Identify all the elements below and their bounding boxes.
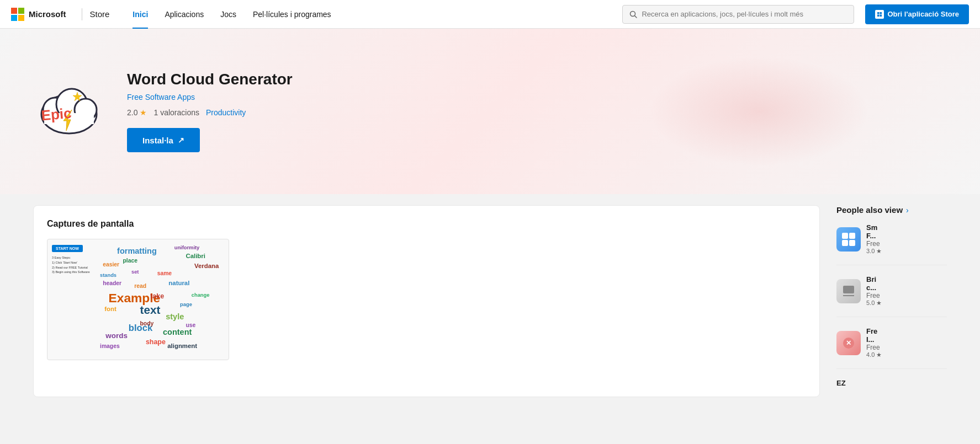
category-link[interactable]: Productivity <box>206 108 246 117</box>
external-link-icon: ↗ <box>178 136 184 145</box>
svg-text:use: use <box>186 322 195 328</box>
svg-text:same: same <box>157 270 172 276</box>
content-area: Captures de pantalla START NOW 3 Easy St… <box>33 205 820 397</box>
nav-item-inici[interactable]: Inici <box>126 0 155 29</box>
rating-value: 2.0 <box>127 108 137 117</box>
search-input[interactable] <box>642 10 847 18</box>
app-icon: Epic <box>33 76 105 147</box>
svg-text:Verdana: Verdana <box>194 263 219 269</box>
app-meta: 2.0 ★ 1 valoracions Productivity <box>127 108 947 117</box>
svg-text:shape: shape <box>146 338 166 346</box>
svg-line-1 <box>635 15 637 18</box>
sidebar-app-item-4[interactable]: EZ <box>836 368 947 387</box>
header: Microsoft Store Inici Aplicacions Jocs P… <box>0 0 980 29</box>
screenshots-title: Captures de pantalla <box>47 219 806 229</box>
svg-text:alignment: alignment <box>167 343 197 349</box>
svg-text:natural: natural <box>168 280 189 286</box>
svg-text:content: content <box>163 328 192 336</box>
svg-text:page: page <box>180 302 192 307</box>
svg-text:images: images <box>100 343 120 349</box>
svg-text:Calibri: Calibri <box>186 253 205 259</box>
search-icon <box>629 10 637 18</box>
sidebar-app-item-1[interactable]: SmF... Free 3.0 ★ <box>836 223 947 255</box>
svg-text:formatting: formatting <box>117 247 157 255</box>
rating: 2.0 ★ <box>127 108 147 117</box>
sidebar-app-icon-2 <box>836 279 861 303</box>
open-store-label: Obri l'aplicació Store <box>887 10 959 18</box>
logo-divider <box>82 8 82 20</box>
sidebar-app-rating-3: 4.0 ★ <box>866 351 947 359</box>
chevron-right-icon[interactable]: › <box>906 206 909 215</box>
sidebar-app-price-1: Free <box>866 240 947 248</box>
sidebar-app-info-1: SmF... Free 3.0 ★ <box>866 223 947 255</box>
sidebar-app-name-2: Bric... <box>866 275 947 292</box>
sidebar-app-item-2[interactable]: Bric... Free 5.0 ★ <box>836 265 947 307</box>
main-layout: Captures de pantalla START NOW 3 Easy St… <box>0 194 980 408</box>
nav-item-aplicacions[interactable]: Aplicacions <box>158 0 210 29</box>
sidebar: People also view › SmF... Free 3.0 ★ <box>836 205 947 397</box>
svg-text:set: set <box>131 269 139 275</box>
install-button[interactable]: Instal·la ↗ <box>127 128 200 152</box>
app-publisher[interactable]: Free Software Apps <box>127 93 947 101</box>
svg-rect-5 <box>880 14 882 17</box>
sidebar-app-price-2: Free <box>866 292 947 299</box>
svg-text:header: header <box>103 280 121 286</box>
main-nav: Inici Aplicacions Jocs Pel·lícules i pro… <box>126 0 622 29</box>
svg-text:style: style <box>166 312 184 321</box>
start-now-label: START NOW <box>52 245 83 252</box>
nav-item-pellicules[interactable]: Pel·lícules i programes <box>246 0 338 29</box>
svg-rect-2 <box>877 12 880 14</box>
svg-rect-41 <box>842 233 848 239</box>
svg-text:Epic: Epic <box>40 105 72 124</box>
sidebar-app-info-2: Bric... Free 5.0 ★ <box>866 275 947 307</box>
microsoft-logo <box>11 8 24 21</box>
install-label: Instal·la <box>142 136 173 145</box>
svg-text:words: words <box>105 331 128 340</box>
store-button-icon <box>875 10 884 19</box>
svg-text:uniformity: uniformity <box>174 245 200 250</box>
nav-item-jocs[interactable]: Jocs <box>214 0 243 29</box>
svg-rect-45 <box>843 286 854 293</box>
people-also-view-title: People also view <box>836 205 903 215</box>
svg-text:✕: ✕ <box>846 339 851 347</box>
svg-text:stands: stands <box>100 272 116 278</box>
hero-section: Epic Word Cloud Generator Free Software … <box>0 29 980 194</box>
rating-count: 1 valoracions <box>153 108 199 117</box>
svg-text:body: body <box>140 320 154 327</box>
sidebar-app-rating-2: 5.0 ★ <box>866 299 947 307</box>
sidebar-app-item-3[interactable]: ✕ FreI... Free 4.0 ★ <box>836 317 947 359</box>
sidebar-app-name-4: EZ <box>836 379 947 387</box>
svg-text:take: take <box>150 292 164 300</box>
word-cloud-svg: formatting uniformity Calibri Verdana ea… <box>100 239 226 360</box>
word-cloud: START NOW 3 Easy Steps:1) Click 'Start N… <box>47 239 229 360</box>
steps-text: 3 Easy Steps:1) Click 'Start Now'2) Read… <box>52 255 102 275</box>
svg-text:change: change <box>192 292 210 298</box>
sidebar-app-info-4: EZ <box>836 379 947 387</box>
svg-rect-43 <box>842 240 848 246</box>
svg-rect-3 <box>880 12 882 14</box>
store-label: Store <box>90 9 110 19</box>
star-icon: ★ <box>140 108 147 117</box>
sidebar-app-icon-3: ✕ <box>836 331 861 355</box>
sidebar-app-price-3: Free <box>866 344 947 351</box>
svg-rect-44 <box>849 240 855 246</box>
brand-name: Microsoft <box>29 9 66 19</box>
svg-text:font: font <box>104 306 116 312</box>
svg-rect-42 <box>849 233 855 239</box>
sidebar-app-rating-1: 3.0 ★ <box>866 248 947 255</box>
open-store-button[interactable]: Obri l'aplicació Store <box>865 4 969 24</box>
sidebar-app-name-1: SmF... <box>866 223 947 240</box>
wc-left-panel: START NOW 3 Easy Steps:1) Click 'Start N… <box>52 245 102 275</box>
logo-area: Microsoft <box>11 8 66 21</box>
people-also-view-header: People also view › <box>836 205 947 215</box>
sidebar-app-info-3: FreI... Free 4.0 ★ <box>866 327 947 359</box>
sidebar-app-name-3: FreI... <box>866 327 947 344</box>
svg-text:place: place <box>123 258 137 264</box>
screenshot-image: START NOW 3 Easy Steps:1) Click 'Start N… <box>47 239 229 360</box>
sidebar-app-icon-1 <box>836 227 861 252</box>
app-title: Word Cloud Generator <box>127 71 947 88</box>
search-bar[interactable] <box>622 5 854 24</box>
svg-text:easier: easier <box>103 261 119 268</box>
svg-text:text: text <box>140 303 161 316</box>
hero-info: Word Cloud Generator Free Software Apps … <box>127 71 947 152</box>
